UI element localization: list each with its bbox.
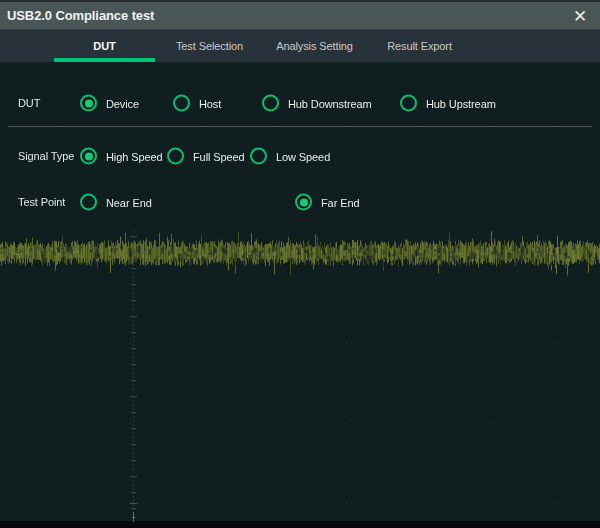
radio-label: Far End (321, 196, 359, 208)
section-divider (8, 126, 592, 127)
radio-circle-icon (80, 95, 97, 112)
row-signal-type: Signal TypeHigh SpeedFull SpeedLow Speed (0, 140, 600, 172)
radio-option-host[interactable]: Host (173, 95, 221, 112)
radio-label: Hub Downstream (288, 97, 372, 109)
radio-option-hub-downstream[interactable]: Hub Downstream (262, 95, 372, 112)
tab-test-selection[interactable]: Test Selection (157, 30, 262, 62)
radio-option-low-speed[interactable]: Low Speed (250, 148, 330, 165)
tab-label: DUT (93, 40, 115, 52)
window-titlebar: USB2.0 Compliance test ✕ (0, 2, 600, 30)
radio-label: High Speed (106, 150, 163, 162)
tab-label: Test Selection (176, 40, 243, 52)
radio-dot (300, 198, 308, 206)
tab-label: Analysis Setting (276, 40, 353, 52)
radio-option-near-end[interactable]: Near End (80, 194, 152, 211)
row-label: DUT (18, 97, 40, 109)
radio-label: Device (106, 97, 139, 109)
compliance-test-dialog: USB2.0 Compliance test ✕ DUTTest Selecti… (0, 0, 600, 528)
radio-option-far-end[interactable]: Far End (295, 194, 359, 211)
radio-circle-icon (80, 148, 97, 165)
radio-circle-icon (262, 95, 279, 112)
tab-analysis-setting[interactable]: Analysis Setting (262, 30, 367, 62)
radio-label: Near End (106, 196, 152, 208)
tab-dut[interactable]: DUT (52, 30, 157, 62)
tab-result-export[interactable]: Result Export (367, 30, 472, 62)
radio-option-device[interactable]: Device (80, 95, 139, 112)
row-label: Test Point (18, 196, 65, 208)
radio-dot (85, 99, 93, 107)
row-label: Signal Type (18, 150, 74, 162)
tab-label: Result Export (387, 40, 452, 52)
radio-label: Full Speed (193, 150, 245, 162)
radio-dot (85, 152, 93, 160)
tab-bar: DUTTest SelectionAnalysis SettingResult … (0, 30, 600, 62)
radio-label: Hub Upstream (426, 97, 496, 109)
radio-option-full-speed[interactable]: Full Speed (167, 148, 245, 165)
radio-option-high-speed[interactable]: High Speed (80, 148, 163, 165)
radio-circle-icon (400, 95, 417, 112)
row-test-point: Test PointNear EndFar End (0, 186, 600, 218)
radio-label: Low Speed (276, 150, 330, 162)
close-button[interactable]: ✕ (568, 5, 592, 27)
radio-label: Host (199, 97, 221, 109)
radio-circle-icon (167, 148, 184, 165)
radio-circle-icon (250, 148, 267, 165)
radio-circle-icon (173, 95, 190, 112)
radio-option-hub-upstream[interactable]: Hub Upstream (400, 95, 496, 112)
row-dut: DUTDeviceHostHub DownstreamHub Upstream (0, 87, 600, 119)
waveform-display (0, 62, 600, 528)
window-title: USB2.0 Compliance test (0, 8, 154, 23)
close-icon: ✕ (573, 8, 587, 25)
radio-circle-icon (80, 194, 97, 211)
radio-circle-icon (295, 194, 312, 211)
